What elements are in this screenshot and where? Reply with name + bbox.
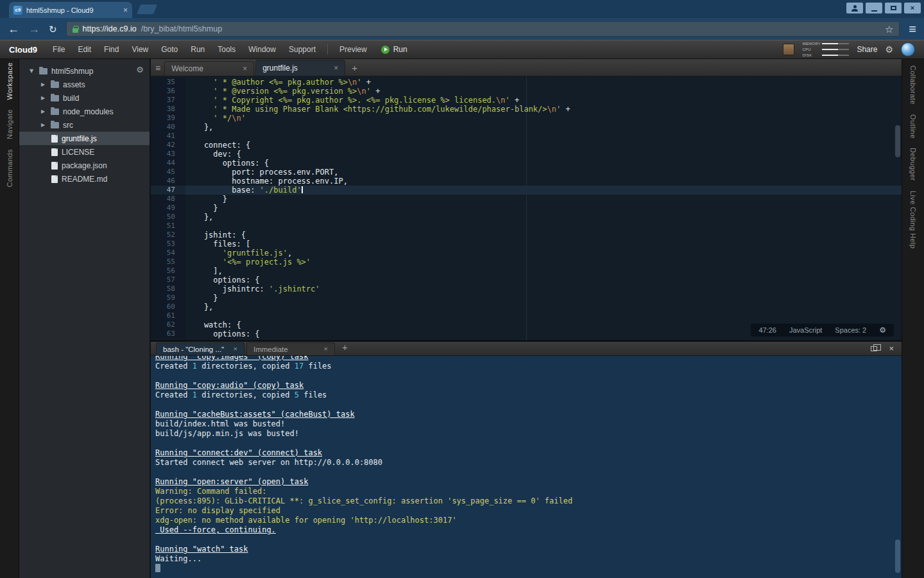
preview-button[interactable]: Preview bbox=[333, 45, 373, 54]
editor-tab-label: gruntfile.js bbox=[262, 64, 298, 73]
collapse-icon[interactable]: ▼ bbox=[30, 68, 35, 74]
cursor-position[interactable]: 47:26 bbox=[758, 326, 776, 334]
code-line: 39 ' */\n' bbox=[151, 114, 902, 123]
browser-tab-close-icon[interactable]: × bbox=[123, 6, 128, 14]
tree-item-node-modules[interactable]: ▶node_modules bbox=[19, 105, 150, 118]
tree-root[interactable]: ▼ html5shmup bbox=[19, 64, 150, 78]
settings-gear-icon[interactable]: ⚙ bbox=[885, 45, 893, 54]
terminal-line: Running "copy:images" (copy) task bbox=[155, 356, 902, 362]
right-rail-debugger[interactable]: Debugger bbox=[909, 148, 917, 181]
code-line: 58 jshintrc: '.jshintrc' bbox=[151, 285, 902, 293]
menu-item-find[interactable]: Find bbox=[98, 45, 125, 54]
console-tab-label: bash - "Cloning ..." bbox=[163, 346, 224, 353]
share-button[interactable]: Share bbox=[857, 45, 877, 54]
tab-close-icon[interactable]: × bbox=[334, 64, 338, 72]
editor-scrollbar[interactable] bbox=[895, 125, 900, 157]
expand-icon[interactable]: ▶ bbox=[41, 95, 47, 101]
right-rail-collaborate[interactable]: Collaborate bbox=[909, 66, 917, 105]
bookmark-star-icon[interactable]: ☆ bbox=[885, 24, 893, 34]
tree-item-package-json[interactable]: package.json bbox=[19, 159, 150, 172]
address-bar[interactable]: https://ide.c9.io /bry_bibat/html5shmup … bbox=[66, 21, 900, 37]
line-number: 47 bbox=[151, 186, 185, 195]
new-editor-tab-button[interactable]: + bbox=[352, 63, 357, 73]
chrome-menu-icon[interactable]: ≡ bbox=[909, 22, 916, 35]
terminal-line: Running "connect:dev" (connect) task bbox=[155, 448, 902, 458]
terminal[interactable]: Running "copy:images" (copy) taskCreated… bbox=[151, 356, 902, 578]
tree-item-src[interactable]: ▶src bbox=[19, 118, 150, 132]
right-rail-live-coding-help[interactable]: Live Coding Help bbox=[909, 191, 917, 249]
new-tab-button[interactable] bbox=[137, 4, 157, 14]
user-avatar[interactable] bbox=[783, 44, 794, 55]
left-rail-commands[interactable]: Commands bbox=[6, 149, 13, 187]
tab-close-icon[interactable]: × bbox=[243, 65, 247, 73]
line-number: 56 bbox=[151, 267, 185, 276]
left-rail-navigate[interactable]: Navigate bbox=[6, 109, 13, 139]
editor-settings-gear-icon[interactable]: ⚙ bbox=[879, 326, 886, 334]
syntax-mode[interactable]: JavaScript bbox=[789, 326, 822, 334]
workspace-settings-gear-icon[interactable]: ⚙ bbox=[136, 65, 144, 74]
code-line: 38 ' * Made using Phaser Blank <https://… bbox=[151, 105, 902, 114]
code-line: 35 ' * @author <%= pkg.author %>\n' + bbox=[151, 78, 902, 87]
new-console-tab-button[interactable]: + bbox=[342, 342, 348, 352]
left-rail: WorkspaceNavigateCommands bbox=[0, 59, 19, 578]
expand-icon[interactable]: ▶ bbox=[41, 109, 47, 114]
indent-setting[interactable]: Spaces: 2 bbox=[835, 326, 866, 334]
minimize-button[interactable] bbox=[866, 3, 882, 13]
code-text: jshintrc: '.jshintrc' bbox=[185, 285, 902, 293]
tree-item-license[interactable]: LICENSE bbox=[19, 145, 150, 159]
url-path: /bry_bibat/html5shmup bbox=[141, 24, 222, 33]
menu-item-file[interactable]: File bbox=[46, 45, 71, 54]
menu-item-edit[interactable]: Edit bbox=[71, 45, 98, 54]
browser-tab[interactable]: c9 html5shmup - Cloud9 × bbox=[9, 2, 132, 18]
refresh-button[interactable]: ↻ bbox=[49, 24, 57, 34]
cloud9-brand[interactable]: Cloud9 bbox=[9, 45, 37, 55]
terminal-scrollbar[interactable] bbox=[895, 539, 900, 573]
code-line: 41 bbox=[151, 132, 902, 141]
maximize-button[interactable] bbox=[885, 3, 902, 13]
console-tab-bash-cloning[interactable]: bash - "Cloning ..."× bbox=[156, 342, 244, 355]
run-button[interactable]: Run bbox=[373, 45, 415, 54]
back-button[interactable]: ← bbox=[8, 23, 19, 35]
close-button[interactable]: × bbox=[904, 3, 921, 13]
tree-item-assets[interactable]: ▶assets bbox=[19, 78, 150, 91]
terminal-output: Running "copy:images" (copy) taskCreated… bbox=[151, 356, 902, 574]
tab-close-icon[interactable]: × bbox=[234, 346, 237, 353]
menu-item-tools[interactable]: Tools bbox=[211, 45, 242, 54]
cloud9-menubar: Cloud9 FileEditFindViewGotoRunToolsWindo… bbox=[0, 40, 924, 59]
editor-tab-welcome[interactable]: Welcome× bbox=[164, 61, 254, 76]
code-line: 60 }, bbox=[151, 302, 902, 311]
terminal-line bbox=[155, 400, 902, 410]
line-number: 52 bbox=[151, 231, 185, 240]
tree-item-build[interactable]: ▶build bbox=[19, 91, 150, 105]
menu-item-support[interactable]: Support bbox=[282, 45, 322, 54]
menu-item-window[interactable]: Window bbox=[242, 45, 282, 54]
https-lock-icon bbox=[73, 28, 78, 33]
right-rail-outline[interactable]: Outline bbox=[909, 114, 917, 139]
code-editor[interactable]: 35 ' * @author <%= pkg.author %>\n' +36 … bbox=[151, 76, 902, 340]
line-number: 39 bbox=[151, 114, 185, 123]
browser-toolbar: ← → ↻ https://ide.c9.io /bry_bibat/html5… bbox=[0, 18, 924, 40]
code-text: } bbox=[185, 293, 902, 302]
code-text: ' * Made using Phaser Blank <https://git… bbox=[185, 105, 902, 114]
tab-list-icon[interactable]: ≡ bbox=[155, 64, 160, 73]
file-icon bbox=[51, 175, 58, 183]
left-rail-workspace[interactable]: Workspace bbox=[6, 62, 13, 100]
code-line: 52 jshint: { bbox=[151, 231, 902, 240]
stat-label: MEMORY bbox=[802, 42, 819, 46]
menu-item-goto[interactable]: Goto bbox=[155, 45, 184, 54]
editor-tab-gruntfile-js[interactable]: gruntfile.js× bbox=[255, 60, 345, 76]
menu-item-run[interactable]: Run bbox=[184, 45, 211, 54]
console-tab-immediate[interactable]: Immediate× bbox=[246, 342, 335, 355]
maximize-console-icon[interactable] bbox=[871, 346, 877, 351]
forward-button[interactable]: → bbox=[28, 23, 40, 35]
close-console-icon[interactable]: × bbox=[889, 344, 894, 353]
expand-icon[interactable]: ▶ bbox=[41, 122, 47, 128]
tree-item-readme-md[interactable]: README.md bbox=[19, 172, 150, 186]
profile-button[interactable] bbox=[846, 3, 863, 13]
menu-item-view[interactable]: View bbox=[125, 45, 155, 54]
cloud9-logo-icon[interactable] bbox=[901, 42, 915, 57]
code-text: connect: { bbox=[185, 141, 902, 150]
tab-close-icon[interactable]: × bbox=[324, 346, 328, 353]
tree-item-gruntfile-js[interactable]: gruntfile.js bbox=[19, 132, 150, 145]
expand-icon[interactable]: ▶ bbox=[41, 82, 47, 87]
